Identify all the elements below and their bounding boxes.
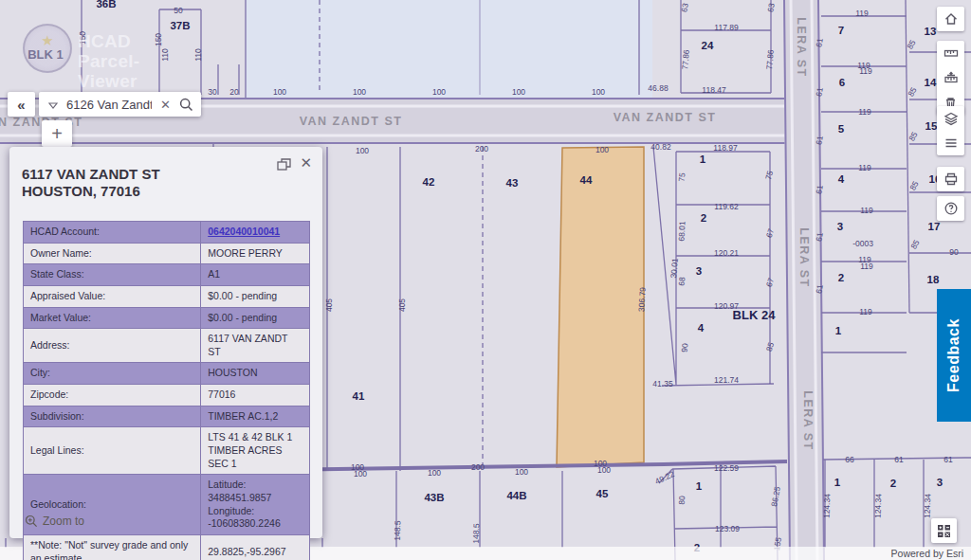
search-input[interactable] (64, 97, 154, 113)
hcad-account-link[interactable]: 0642040010041 (208, 226, 280, 237)
table-row: Appraised Value:$0.00 - pending (24, 285, 310, 307)
parcel-info-popup: ✕ 6117 VAN ZANDT ST HOUSTON, 77016 HCAD … (9, 147, 322, 538)
table-row: Market Value:$0.00 - pending (24, 307, 310, 329)
search-source-dropdown-icon[interactable] (48, 96, 58, 113)
row-value: LTS 41 & 42 BLK 1 TIMBER ACRES SEC 1 (201, 427, 310, 475)
measure-distance-icon[interactable] (937, 41, 964, 65)
row-label: City: (24, 363, 201, 385)
search-icon[interactable] (177, 98, 201, 112)
row-label: **Note: "Not" survey grade and only an e… (24, 534, 201, 560)
row-label: Zipcode: (24, 385, 201, 406)
zoom-to-icon (25, 515, 38, 528)
table-row: State Class:A1 (24, 264, 310, 286)
row-label: State Class: (24, 264, 201, 286)
close-popup-icon[interactable]: ✕ (300, 154, 312, 172)
toolbar-home-group (937, 7, 964, 31)
popup-title-city: HOUSTON, 77016 (22, 183, 160, 200)
basemap-gallery-button[interactable] (931, 518, 957, 543)
dock-popup-icon[interactable] (277, 157, 291, 174)
row-value: $0.00 - pending (201, 307, 310, 329)
legend-icon[interactable] (937, 131, 964, 155)
feedback-label: Feedback (945, 318, 962, 392)
layers-icon[interactable] (937, 106, 964, 131)
app-title-line1: HCAD Parcel-Viewer (78, 31, 139, 91)
hcad-parcel-viewer: VAN ZANDT STVAN ZANDT STVAN ZANDT STLERA… (0, 0, 971, 560)
toolbar-help-group (937, 196, 964, 221)
row-label: Owner Name: (24, 243, 201, 264)
table-row: Address:6117 VAN ZANDT ST (24, 329, 310, 363)
toolbar-print-group (937, 167, 964, 191)
row-value: TIMBER AC.1,2 (201, 406, 310, 427)
help-icon[interactable] (937, 196, 964, 221)
table-row: Subdivision:TIMBER AC.1,2 (24, 406, 310, 427)
row-label: Legal Lines: (24, 427, 201, 475)
popup-title-address: 6117 VAN ZANDT ST (22, 166, 160, 183)
row-value: Latitude: 3488451.9857 Longitude: -10608… (201, 475, 310, 535)
zoom-to-label: Zoom to (43, 515, 84, 528)
zoom-in-button[interactable]: + (42, 120, 72, 147)
table-row: **Note: "Not" survey grade and only an e… (24, 534, 310, 560)
table-row: Zipcode:77016 (24, 385, 310, 406)
selected-parcel-44[interactable] (557, 147, 644, 467)
row-label: Subdivision: (24, 406, 201, 427)
table-row: HCAD Account:0642040010041 (24, 222, 310, 244)
feedback-button[interactable]: Feedback (937, 289, 971, 422)
row-value: 6117 VAN ZANDT ST (201, 329, 310, 363)
popup-table: HCAD Account:0642040010041Owner Name:MOO… (23, 221, 310, 560)
table-row: Owner Name:MOORE PERRY (24, 243, 310, 264)
table-row: Legal Lines:LTS 41 & 42 BLK 1 TIMBER ACR… (24, 427, 310, 475)
esri-attribution: Powered by Esri (891, 548, 963, 559)
search-clear-icon[interactable]: ✕ (154, 98, 177, 112)
basemap-grid-icon (937, 524, 951, 538)
print-icon[interactable] (937, 167, 964, 191)
home-icon[interactable] (937, 7, 964, 31)
collapse-panel-button[interactable]: « (8, 92, 35, 117)
row-value: 29.8825,-95.2967 (201, 534, 310, 560)
row-label: Appraised Value: (24, 285, 201, 307)
row-value: 77016 (201, 385, 310, 406)
measure-area-icon[interactable] (937, 65, 964, 90)
row-label: Address: (24, 329, 201, 363)
search-bar[interactable]: ✕ (39, 92, 201, 117)
row-label: HCAD Account: (24, 222, 201, 244)
zoom-to-button[interactable]: Zoom to (25, 515, 84, 528)
row-value: MOORE PERRY (201, 243, 310, 264)
toolbar-measure-group (937, 41, 964, 115)
table-row: City:HOUSTON (24, 363, 310, 385)
popup-title: 6117 VAN ZANDT ST HOUSTON, 77016 (22, 166, 160, 200)
row-label: Market Value: (24, 307, 201, 329)
toolbar-layers-group (937, 106, 964, 155)
row-value: $0.00 - pending (201, 285, 310, 307)
hcad-logo: ★ (23, 24, 72, 73)
logo-star-icon: ★ (25, 32, 70, 49)
row-value: 0642040010041 (201, 222, 310, 244)
row-value: HOUSTON (201, 363, 310, 385)
row-value: A1 (201, 264, 310, 286)
